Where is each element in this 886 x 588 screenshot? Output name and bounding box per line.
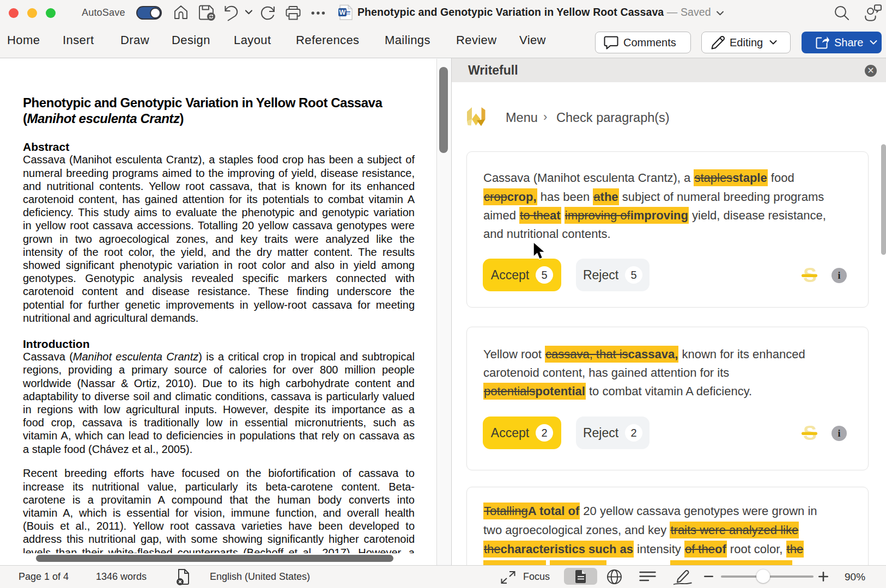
svg-text:W: W [339, 9, 346, 16]
